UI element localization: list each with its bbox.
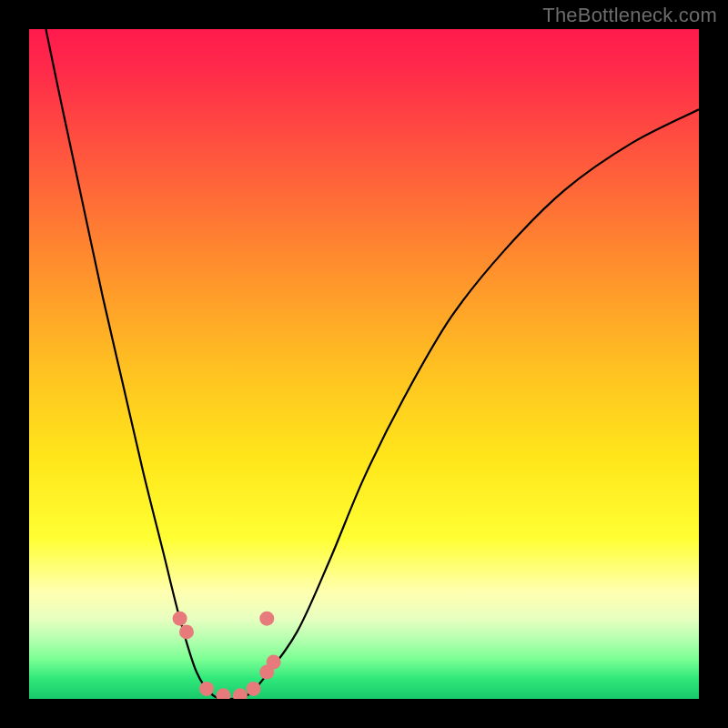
highlight-point [247,682,261,696]
chart-frame: TheBottleneck.com [0,0,728,728]
watermark-text: TheBottleneck.com [542,4,717,27]
highlight-point [179,624,194,639]
highlight-markers [173,612,281,699]
highlight-point [199,682,214,696]
highlight-point [233,688,248,699]
highlight-point [173,612,187,626]
curve-layer [29,29,699,699]
highlight-point [216,688,230,699]
plot-area [29,29,699,699]
highlight-point [259,612,274,626]
bottleneck-curve [46,29,699,699]
highlight-point [267,655,281,670]
